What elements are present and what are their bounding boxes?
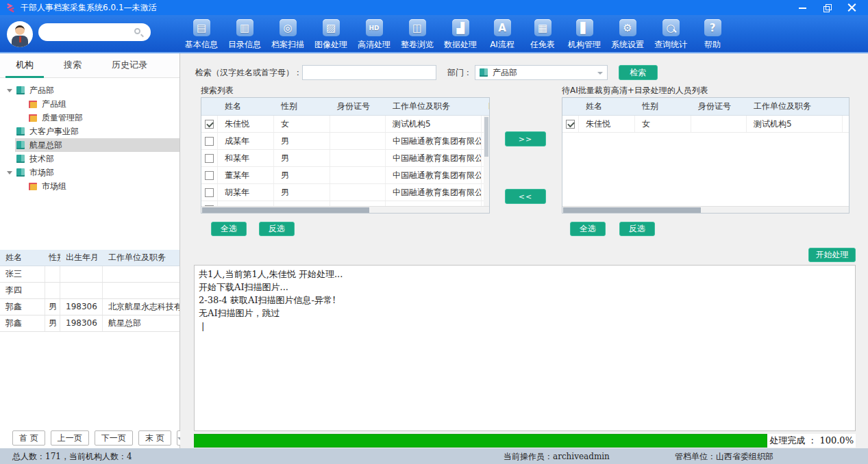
col-org: 工作单位及职务 <box>747 98 843 115</box>
scrollbar-thumb[interactable] <box>563 207 701 213</box>
col-id: 身份证号 <box>330 98 386 115</box>
table-icon: ▦ <box>534 19 551 36</box>
row-checkbox[interactable] <box>205 137 214 146</box>
left-select-all-button[interactable]: 全选 <box>211 222 247 236</box>
catalog-icon: ▥ <box>236 19 253 36</box>
status-archive-unit: 管档单位：山西省委组织部 <box>675 451 773 463</box>
row-checkbox[interactable] <box>205 120 214 129</box>
toolbar-item-volume-browse[interactable]: ◫ 整卷浏览 <box>399 16 435 53</box>
search-icon[interactable] <box>134 28 140 34</box>
next-page-button[interactable]: 下一页 <box>95 430 133 446</box>
row-checkbox[interactable] <box>205 154 214 163</box>
col-org: 工作单位及职务 <box>386 98 482 115</box>
book-icon: ◫ <box>409 19 426 36</box>
tree-node[interactable]: 产品组 <box>0 97 179 111</box>
right-select-all-button[interactable]: 全选 <box>570 222 606 236</box>
log-line: 2-38-4 获取AI扫描图片信息-异常! <box>199 294 851 307</box>
search-results-table: 姓名 性别 身份证号 工作单位及职务 民族 朱佳悦 女 测试机构5 汉族 成某年… <box>201 97 490 214</box>
tree-node[interactable]: 技术部 <box>0 152 179 166</box>
toolbar: ▤ 基本信息 ▥ 目录信息 ◎ 档案扫描 ▨ 图像处理 HD 高清处理 ◫ 整卷… <box>0 15 868 53</box>
caret-placeholder <box>5 127 14 136</box>
col-checkbox <box>201 98 218 115</box>
prev-page-button[interactable]: 上一页 <box>51 430 89 446</box>
help-icon: ? <box>704 19 721 36</box>
org-icon <box>480 68 488 77</box>
progress-bar <box>194 434 767 448</box>
horizontal-scrollbar[interactable] <box>562 206 849 213</box>
minimize-button[interactable] <box>798 3 808 12</box>
toolbar-item-ai-flow[interactable]: A AI流程 <box>486 16 519 53</box>
group-icon <box>29 183 37 190</box>
app-logo-icon <box>5 3 16 13</box>
row-checkbox[interactable] <box>205 171 214 180</box>
toolbar-item-system-settings[interactable]: ⚙ 系统设置 <box>610 16 645 53</box>
toolbar-item-hd-processing[interactable]: HD 高清处理 <box>356 16 392 53</box>
table-row[interactable]: 郭鑫 男 198306 航星总部 <box>0 315 179 332</box>
scrollbar-thumb[interactable] <box>484 117 488 157</box>
toolbar-item-archive-scan[interactable]: ◎ 档案扫描 <box>270 16 306 53</box>
department-dropdown[interactable]: 产品部 <box>475 65 608 80</box>
horizontal-scrollbar[interactable] <box>201 206 489 213</box>
ai-icon: A <box>494 19 511 36</box>
tree-node[interactable]: 质量管理部 <box>0 111 179 125</box>
toolbar-item-catalog-info[interactable]: ▥ 目录信息 <box>227 16 262 53</box>
table-row[interactable]: 李四 <box>0 283 179 299</box>
restore-button[interactable] <box>823 3 832 12</box>
scanner-icon: ◎ <box>280 19 297 36</box>
move-left-button[interactable]: << <box>505 189 546 204</box>
toolbar-item-image-processing[interactable]: ▨ 图像处理 <box>313 16 349 53</box>
toolbar-item-query-statistics[interactable]: ○ 查询统计 <box>653 16 689 53</box>
toolbar-item-help[interactable]: ? 帮助 <box>696 16 729 53</box>
titlebar: 干部人事档案采集系统6.0.1—未激活 <box>0 0 868 15</box>
move-right-button[interactable]: >> <box>505 131 546 146</box>
col-ethnic: 民族 <box>843 98 850 115</box>
start-processing-button[interactable]: 开始处理 <box>808 248 856 262</box>
scrollbar-thumb[interactable] <box>202 207 369 213</box>
name-search-input[interactable] <box>302 65 436 80</box>
search-button[interactable]: 检索 <box>619 65 658 80</box>
vertical-scrollbar[interactable] <box>484 116 489 207</box>
app-window: 干部人事档案采集系统6.0.1—未激活 ▤ 基本信息 ▥ 目录信息 ◎ <box>0 0 868 464</box>
toolbar-item-data-processing[interactable]: ▟ 数据处理 <box>443 16 478 53</box>
search-row: 检索（汉字姓名或首字母）： 部门： 产品部 检索 <box>195 65 658 80</box>
table-row[interactable]: 朱佳悦 女 测试机构5 汉族 <box>201 116 490 133</box>
search-stats-icon: ○ <box>662 19 680 36</box>
table-row[interactable]: 董某年 男 中国融通教育集团有限公司 汉族 <box>201 167 490 184</box>
tree-node[interactable]: 市场组 <box>0 179 179 193</box>
org-icon <box>16 141 25 149</box>
table-header-row: 姓名 性别 身份证号 工作单位及职务 民族 <box>562 98 850 116</box>
table-row[interactable]: 郭鑫 男 198306 北京航星永志科技有限公司 <box>0 299 179 315</box>
toolbar-item-appointment-table[interactable]: ▦ 任免表 <box>526 16 559 53</box>
toolbar-item-org-management[interactable]: ▋ 机构管理 <box>567 16 602 53</box>
caret-down-icon[interactable] <box>5 86 14 94</box>
tab-organization[interactable]: 机构 <box>5 53 44 78</box>
log-line: 共1人,当前第1人,朱佳悦 开始处理... <box>199 268 851 281</box>
tab-history[interactable]: 历史记录 <box>101 53 158 78</box>
caret-down-icon[interactable] <box>5 168 14 177</box>
close-button[interactable] <box>847 3 857 12</box>
left-invert-select-button[interactable]: 反选 <box>259 222 295 236</box>
row-checkbox[interactable] <box>205 188 214 197</box>
table-row[interactable]: 张三 <box>0 266 179 283</box>
tree-node-selected[interactable]: 航星总部 <box>0 138 179 152</box>
table-row[interactable]: 胡某年 男 中国融通教育集团有限公司 汉族 <box>201 184 490 201</box>
progress-row: 处理完成 ： 100.0% <box>194 434 856 448</box>
tree-node[interactable]: 产品部 <box>0 83 179 97</box>
toolbar-item-basic-info[interactable]: ▤ 基本信息 <box>184 16 219 53</box>
tab-search[interactable]: 搜索 <box>53 53 92 78</box>
first-page-button[interactable]: 首 页 <box>12 430 45 446</box>
last-page-button[interactable]: 末 页 <box>138 430 171 446</box>
tree-node[interactable]: 大客户事业部 <box>0 125 179 138</box>
table-row[interactable]: 成某年 男 中国融通教育集团有限公司 汉族 <box>201 133 490 150</box>
table-row[interactable]: 和某年 男 中国融通教育集团有限公司 汉族 <box>201 150 490 167</box>
status-bar: 总人数：171，当前机构人数：4 当前操作员：archiveadmin 管档单位… <box>0 448 868 464</box>
log-line: 开始下载AI扫描图片... <box>199 281 851 294</box>
row-checkbox[interactable] <box>566 120 575 129</box>
right-invert-select-button[interactable]: 反选 <box>619 222 655 236</box>
user-avatar[interactable] <box>7 21 33 47</box>
log-output[interactable]: 共1人,当前第1人,朱佳悦 开始处理... 开始下载AI扫描图片... 2-38… <box>194 265 856 431</box>
status-total-count: 总人数：171，当前机构人数：4 <box>12 451 132 463</box>
tree-node[interactable]: 市场部 <box>0 166 179 179</box>
table-row[interactable]: 朱佳悦 女 测试机构5 汉族 <box>562 116 850 133</box>
right-list-title: 待AI批量裁剪高清+目录处理的人员列表 <box>562 85 708 96</box>
